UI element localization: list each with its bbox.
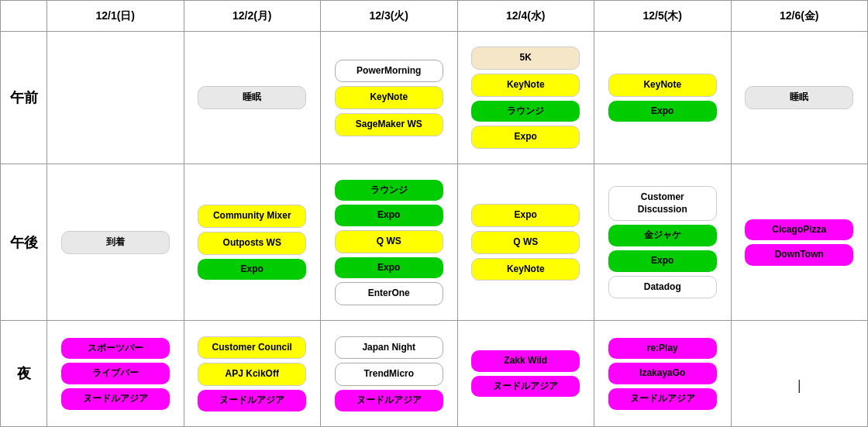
gogo-col1: 到着 (47, 164, 184, 321)
event-block[interactable]: EnterOne (335, 282, 443, 305)
event-block[interactable]: KeyNote (471, 258, 580, 281)
event-block[interactable]: ヌードルアジア (608, 388, 717, 410)
event-block[interactable]: Expo (335, 205, 443, 226)
event-block[interactable]: Japan Night (335, 336, 443, 360)
event-block[interactable]: Expo (608, 250, 717, 272)
header-col5: 12/5(木) (594, 1, 732, 32)
header-col6: 12/6(金) (732, 1, 869, 32)
event-block[interactable]: Customer Council (198, 336, 306, 360)
event-block[interactable]: APJ KcikOff (198, 363, 306, 386)
event-block[interactable]: PowerMorning (335, 60, 443, 83)
row-label-gozen: 午前 (1, 32, 47, 164)
event-block[interactable]: Expo (608, 101, 717, 122)
gogo-col2: Community MixerOutposts WSExpo (184, 164, 322, 321)
header-col2: 12/2(月) (184, 1, 322, 32)
header-col3: 12/3(火) (321, 1, 458, 32)
event-block[interactable]: ライブバー (61, 363, 170, 384)
event-block[interactable]: ヌードルアジア (61, 388, 170, 410)
gozen-col6: 睡眠 (732, 32, 869, 164)
yoru-col1: スポーツバーライブバーヌードルアジア (47, 321, 184, 427)
event-block[interactable]: DownTown (745, 244, 853, 266)
gogo-col6: CicagoPizzaDownTown (732, 164, 869, 321)
event-block[interactable]: Q WS (471, 231, 580, 254)
event-block[interactable]: Outposts WS (198, 232, 306, 255)
yoru-col2: Customer CouncilAPJ KcikOffヌードルアジア (184, 321, 322, 427)
schedule-grid: 12/1(日) 12/2(月) 12/3(火) 12/4(水) 12/5(木) … (0, 0, 868, 427)
event-block[interactable]: ヌードルアジア (335, 390, 443, 412)
gozen-col3: PowerMorningKeyNoteSageMaker WS (321, 32, 458, 164)
event-block[interactable]: 睡眠 (198, 86, 306, 109)
event-block[interactable]: Expo (335, 257, 443, 279)
event-block[interactable]: KeyNote (335, 86, 443, 109)
event-block[interactable]: ヌードルアジア (198, 390, 306, 412)
gogo-col5: Customer Discussion金ジャケExpoDatadog (594, 164, 732, 321)
gozen-col5: KeyNoteExpo (594, 32, 732, 164)
gozen-col2: 睡眠 (184, 32, 322, 164)
header-col1: 12/1(日) (47, 1, 184, 32)
event-block[interactable]: スポーツバー (61, 338, 170, 360)
event-block[interactable]: KeyNote (471, 74, 580, 97)
event-block[interactable]: IzakayaGo (608, 363, 717, 384)
yoru-col6: | (732, 321, 869, 427)
header-col4: 12/4(水) (458, 1, 595, 32)
event-block[interactable]: ラウンジ (335, 180, 443, 201)
event-block[interactable]: CicagoPizza (745, 219, 853, 241)
event-block[interactable]: SageMaker WS (335, 113, 443, 136)
event-block[interactable]: TrendMicro (335, 363, 443, 386)
header-empty (1, 1, 47, 32)
event-block[interactable]: 到着 (61, 231, 170, 254)
event-block[interactable]: Q WS (335, 230, 443, 253)
row-label-gogo: 午後 (1, 164, 47, 321)
yoru-col4: Zakk Wildヌードルアジア (458, 321, 595, 427)
event-block[interactable]: KeyNote (608, 74, 717, 97)
event-block[interactable]: Customer Discussion (608, 186, 717, 221)
event-block[interactable]: ヌードルアジア (471, 376, 580, 398)
event-block[interactable]: 睡眠 (745, 86, 853, 109)
yoru-col3: Japan NightTrendMicroヌードルアジア (321, 321, 458, 427)
event-block[interactable]: 金ジャケ (608, 225, 717, 246)
row-label-yoru: 夜 (1, 321, 47, 427)
event-block[interactable]: Datadog (608, 276, 717, 299)
yoru-col5: re:PlayIzakayaGoヌードルアジア (594, 321, 732, 427)
event-block[interactable]: Expo (471, 204, 580, 227)
gozen-col1 (47, 32, 184, 164)
gogo-col4: ExpoQ WSKeyNote (458, 164, 595, 321)
event-block[interactable]: Expo (471, 126, 580, 149)
event-block[interactable]: Zakk Wild (471, 350, 580, 372)
event-block[interactable]: Community Mixer (198, 205, 306, 228)
event-block[interactable]: Expo (198, 259, 306, 281)
event-block[interactable]: ラウンジ (471, 101, 580, 122)
gozen-col4: 5KKeyNoteラウンジExpo (458, 32, 595, 164)
event-block[interactable]: 5K (471, 46, 580, 70)
gogo-col3: ラウンジExpoQ WSExpoEnterOne (321, 164, 458, 321)
event-block[interactable]: re:Play (608, 338, 717, 360)
